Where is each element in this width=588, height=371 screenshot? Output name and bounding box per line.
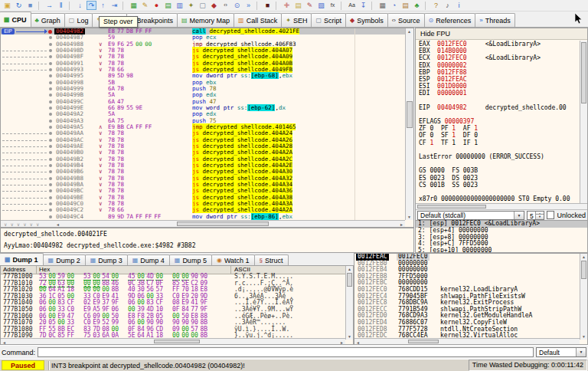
chevron-down-icon[interactable]: ▼ bbox=[514, 212, 524, 219]
threads-icon[interactable]: » bbox=[243, 1, 253, 10]
instruction-dot-icon[interactable] bbox=[49, 107, 52, 110]
registers-horizontal-scrollbar[interactable] bbox=[416, 203, 587, 209]
cpu-icon[interactable]: ▦ bbox=[129, 1, 139, 10]
instruction-dot-icon[interactable] bbox=[49, 74, 52, 77]
scroll-thumb[interactable] bbox=[347, 273, 352, 287]
register-line[interactable] bbox=[419, 97, 578, 104]
handles-icon[interactable]: ▤ bbox=[400, 1, 410, 10]
disasm-row[interactable]: 004049C4899D7AFFFFFFmov dword ptr ss:[eb… bbox=[1, 214, 405, 220]
disassembly-vertical-scrollbar[interactable]: ▲ ▼ bbox=[405, 28, 413, 220]
scroll-down-icon[interactable]: ▼ bbox=[580, 333, 587, 340]
donate-icon[interactable]: ♪ bbox=[443, 1, 452, 10]
help-icon[interactable]: ? bbox=[431, 1, 441, 10]
attach-icon[interactable]: ↧ bbox=[358, 1, 368, 10]
notes-icon[interactable]: ✎ bbox=[140, 1, 150, 10]
instruction-dot-icon[interactable] bbox=[49, 36, 52, 39]
memory-map-icon[interactable]: ▤ bbox=[163, 1, 173, 10]
instruction-dot-icon[interactable] bbox=[49, 151, 52, 154]
debuggee-time-icon[interactable]: ◔ bbox=[389, 1, 399, 10]
tab-watch-1[interactable]: ◉Watch 1 bbox=[211, 254, 255, 265]
register-line[interactable] bbox=[419, 189, 578, 195]
register-line[interactable] bbox=[419, 146, 578, 153]
instruction-dot-icon[interactable] bbox=[49, 139, 52, 142]
register-line[interactable]: x87r0 00000000000000000000 ST0 Empty 0.0… bbox=[419, 195, 578, 202]
scroll-right-icon[interactable]: ► bbox=[398, 222, 405, 228]
labels-icon[interactable]: ✎ bbox=[305, 1, 315, 10]
command-input[interactable] bbox=[38, 347, 534, 357]
instruction-dot-icon[interactable] bbox=[49, 49, 52, 52]
scroll-down-icon[interactable]: ▼ bbox=[406, 214, 413, 220]
stack-row[interactable]: 0012FEB000000000 bbox=[354, 261, 580, 268]
tab-dump-4[interactable]: ▦Dump 4 bbox=[127, 254, 170, 265]
scroll-up-icon[interactable]: ▲ bbox=[346, 266, 353, 272]
tab-memory-map[interactable]: ▤Memory Map bbox=[177, 13, 234, 27]
hide-fpu-button[interactable]: Hide FPU bbox=[416, 28, 587, 40]
scroll-left-icon[interactable]: ◄ bbox=[54, 222, 61, 228]
instruction-dot-icon[interactable] bbox=[49, 202, 52, 205]
stack-row[interactable]: 0012FEB400000000 bbox=[354, 267, 580, 274]
execute-till-return-icon[interactable]: ↑ bbox=[98, 1, 108, 10]
instruction-dot-icon[interactable] bbox=[49, 68, 52, 71]
patches-icon[interactable]: ✚ bbox=[282, 1, 292, 10]
instruction-dot-icon[interactable] bbox=[49, 94, 52, 97]
scroll-left-icon[interactable]: ◄ bbox=[1, 340, 8, 345]
open-file-icon[interactable]: ▣ bbox=[2, 1, 12, 10]
register-line[interactable]: EFLAGS 00000397 bbox=[419, 118, 578, 125]
scroll-up-icon[interactable]: ▲ bbox=[406, 28, 413, 34]
instruction-dot-icon[interactable] bbox=[49, 196, 52, 199]
symbols-icon[interactable]: ◆ bbox=[209, 1, 219, 10]
instruction-dot-icon[interactable] bbox=[49, 43, 52, 46]
tab-script[interactable]: ▢Script bbox=[311, 13, 346, 27]
disassembly-horizontal-scrollbar[interactable]: ∨∨∨∨∨∨ ◄ ► bbox=[1, 220, 405, 227]
tab-threads[interactable]: »Threads bbox=[475, 13, 514, 27]
argument-row[interactable]: 5: [esp+10] 00000000 bbox=[416, 248, 587, 253]
tab-dump-2[interactable]: ▦Dump 2 bbox=[43, 254, 86, 265]
instruction-dot-icon[interactable] bbox=[49, 164, 52, 167]
scroll-thumb[interactable] bbox=[417, 205, 486, 208]
register-line[interactable]: ES 0023 DS 0023 bbox=[419, 175, 578, 182]
close-icon[interactable]: ■ bbox=[25, 1, 35, 10]
scroll-thumb[interactable] bbox=[581, 42, 586, 103]
instruction-dot-icon[interactable] bbox=[49, 132, 52, 135]
unlocked-checkbox[interactable] bbox=[547, 211, 555, 219]
scroll-thumb[interactable] bbox=[407, 101, 413, 128]
scroll-thumb[interactable] bbox=[408, 340, 439, 343]
instruction-dot-icon[interactable] bbox=[49, 87, 52, 90]
instruction-dot-icon[interactable] bbox=[49, 55, 52, 58]
calculator-icon[interactable]: ▦ bbox=[377, 1, 387, 10]
tab-dump-5[interactable]: ▦Dump 5 bbox=[169, 254, 212, 265]
register-line[interactable]: ZF 0 PF 1 AF 1 bbox=[419, 125, 578, 132]
instruction-dot-icon[interactable] bbox=[49, 81, 52, 84]
instruction-dot-icon[interactable] bbox=[49, 120, 52, 123]
instruction-dot-icon[interactable] bbox=[49, 145, 52, 148]
register-line[interactable]: EIP 00404982 decrypted_shellcode.00 bbox=[419, 104, 578, 111]
register-line[interactable] bbox=[419, 160, 578, 167]
tab-log[interactable]: ▢Log bbox=[64, 13, 93, 27]
argument-depth-stepper[interactable]: 5 ▲ ▼ bbox=[527, 211, 544, 220]
register-line[interactable]: CS 001B SS 0023 bbox=[419, 182, 578, 189]
register-line[interactable]: EBP 0012FF88 bbox=[419, 69, 578, 76]
register-line[interactable] bbox=[419, 111, 578, 118]
stack-horizontal-scrollbar[interactable]: ◄ bbox=[354, 338, 580, 344]
register-line[interactable]: ESP 0012FEAC bbox=[419, 76, 578, 83]
tab-call-stack[interactable]: ▥Call Stack bbox=[234, 13, 282, 27]
comments-icon[interactable]: ▤ bbox=[293, 1, 303, 10]
tab-graph[interactable]: ♣Graph bbox=[31, 13, 65, 27]
register-line[interactable]: EAX 0012FEC0 <&LoadLibraryA> bbox=[419, 41, 578, 48]
scroll-thumb[interactable] bbox=[177, 222, 269, 226]
strings-icon[interactable]: Aa bbox=[347, 1, 357, 10]
tab-seh[interactable]: ✦SEH bbox=[281, 13, 312, 27]
instruction-dot-icon[interactable] bbox=[49, 158, 52, 161]
tab-dump-3[interactable]: ▦Dump 3 bbox=[85, 254, 128, 265]
instruction-dot-icon[interactable] bbox=[49, 177, 52, 180]
tab-struct[interactable]: §Struct bbox=[254, 254, 289, 265]
about-icon[interactable]: i bbox=[454, 1, 464, 10]
seh-icon[interactable]: ✦ bbox=[186, 1, 196, 10]
instruction-dot-icon[interactable] bbox=[49, 208, 52, 212]
scroll-left-icon[interactable]: ◄ bbox=[354, 340, 361, 345]
breakpoint-dot-icon[interactable] bbox=[48, 30, 52, 34]
instruction-dot-icon[interactable] bbox=[49, 62, 52, 65]
instruction-dot-icon[interactable] bbox=[49, 183, 52, 186]
register-line[interactable]: ESI 001D0000 bbox=[419, 83, 578, 90]
register-line[interactable]: CF 1 TF 1 IF 1 bbox=[419, 140, 578, 146]
